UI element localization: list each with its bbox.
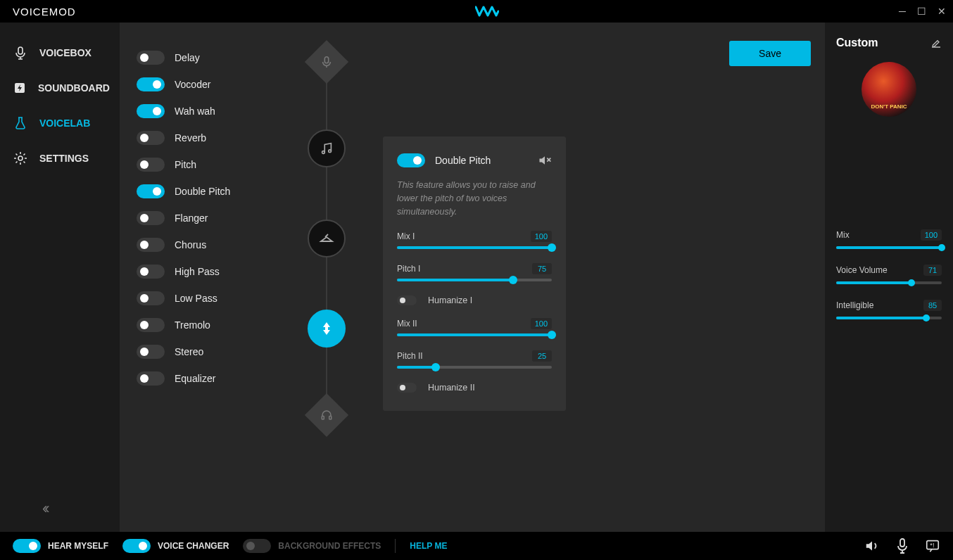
effect-toggle[interactable] [137,265,165,279]
param-value: 71 [923,265,942,276]
effect-toggle[interactable] [137,238,165,252]
effect-detail-panel: Double Pitch This feature allows you to … [383,136,566,411]
mic-icon[interactable] [895,538,909,554]
param-value: 85 [923,300,942,311]
feedback-icon[interactable]: *! [925,538,940,554]
effect-row: Delay [137,51,284,65]
effect-row: Chorus [137,238,284,252]
effect-label: Wah wah [175,106,215,117]
help-link[interactable]: HELP ME [410,541,447,551]
effect-toggle[interactable] [137,345,165,359]
sidebar-item-voicelab[interactable]: VOICELAB [0,106,120,141]
effect-toggle[interactable] [137,371,165,386]
sidebar-item-label: VOICEBOX [39,47,91,58]
custom-mix-slider[interactable] [836,246,942,249]
effect-label: High Pass [175,266,220,277]
effect-label: Delay [175,52,200,63]
param-label: Voice Volume [836,265,888,275]
effect-toggle[interactable] [137,131,165,145]
app-name: VOICEMOD [13,6,76,18]
footer-label: BACKGROUND EFFECTS [278,541,381,551]
effect-toggle[interactable] [137,318,165,332]
custom-avatar[interactable]: DON'T PANIC [862,62,916,117]
chain-input-node [305,40,348,84]
chain-node-vocoder[interactable] [308,129,346,167]
sidebar-item-label: SETTINGS [39,153,89,164]
sidebar-collapse-button[interactable]: ‹‹ [0,499,120,518]
effects-list: DelayVocoderWah wahReverbPitchDouble Pit… [137,46,284,518]
sidebar-item-voicebox[interactable]: VOICEBOX [0,35,120,70]
svg-rect-8 [900,539,904,547]
footer-bar: HEAR MYSELF VOICE CHANGER BACKGROUND EFF… [0,532,953,560]
chain-node-wahwah[interactable] [308,219,346,257]
sidebar-item-settings[interactable]: SETTINGS [0,141,120,176]
effect-label: Reverb [175,132,206,144]
param-label: Mix II [397,319,417,329]
effect-toggle[interactable] [137,51,165,65]
effect-label: Equalizer [175,373,215,384]
effect-toggle[interactable] [137,77,165,91]
param-value: 100 [531,231,552,242]
speaker-icon[interactable] [864,538,880,554]
detail-enable-toggle[interactable] [397,153,425,167]
voice-changer-toggle[interactable] [122,539,151,553]
svg-rect-6 [322,416,324,420]
effect-toggle[interactable] [137,158,165,172]
pitch2-slider[interactable] [397,366,552,369]
effect-row: Double Pitch [137,184,284,198]
effect-label: Vocoder [175,79,210,90]
effect-label: Chorus [175,239,206,250]
custom-intelligible-slider[interactable] [836,317,942,319]
humanize2-toggle[interactable] [397,383,417,393]
sidebar-item-soundboard[interactable]: SOUNDBOARD [0,70,120,106]
chain-node-double-pitch[interactable] [308,310,346,348]
effect-label: Double Pitch [175,186,230,197]
background-effects-toggle[interactable] [243,539,271,553]
edit-icon[interactable] [930,37,942,49]
svg-point-4 [322,151,325,154]
window-close-button[interactable]: ✕ [938,6,946,17]
effect-toggle[interactable] [137,291,165,305]
svg-rect-3 [324,57,328,63]
footer-label: HEAR MYSELF [48,541,108,551]
pitch1-slider[interactable] [397,279,552,281]
effect-row: Stereo [137,345,284,359]
workspace: Save DelayVocoderWah wahReverbPitchDoubl… [120,23,825,532]
hear-myself-control: HEAR MYSELF [13,539,108,553]
flask-icon [13,115,28,131]
bolt-icon [13,80,27,96]
effect-row: Reverb [137,131,284,145]
effect-label: Pitch [175,159,196,170]
effect-toggle[interactable] [137,211,165,225]
effect-row: Tremolo [137,318,284,332]
mix1-slider[interactable] [397,246,552,249]
gear-icon [13,151,28,166]
humanize1-toggle[interactable] [397,295,417,305]
mute-icon[interactable] [538,153,552,167]
hear-myself-toggle[interactable] [13,539,41,553]
effect-row: Pitch [137,158,284,172]
app-logo-icon [475,5,499,18]
custom-voice-volume-slider[interactable] [836,281,942,284]
effect-row: Equalizer [137,371,284,386]
effect-toggle[interactable] [137,184,165,198]
effect-toggle[interactable] [137,104,165,118]
param-value: 75 [532,263,552,274]
param-value: 100 [921,229,942,241]
separator [395,539,396,553]
param-label: Mix I [397,231,415,241]
window-minimize-button[interactable]: ─ [899,6,906,17]
svg-rect-0 [18,47,23,54]
save-button[interactable]: Save [729,41,811,66]
effect-row: Flanger [137,211,284,225]
mix2-slider[interactable] [397,333,552,336]
mic-icon [13,45,28,61]
param-value: 25 [532,350,552,362]
param-label: Humanize I [428,295,472,305]
param-label: Mix [836,230,850,240]
window-maximize-button[interactable]: ☐ [917,6,926,17]
svg-point-2 [18,156,23,160]
custom-panel: Custom DON'T PANIC Mix100 Voice Volume71… [825,23,953,532]
background-effects-control: BACKGROUND EFFECTS [243,539,381,553]
param-label: Pitch I [397,264,420,274]
